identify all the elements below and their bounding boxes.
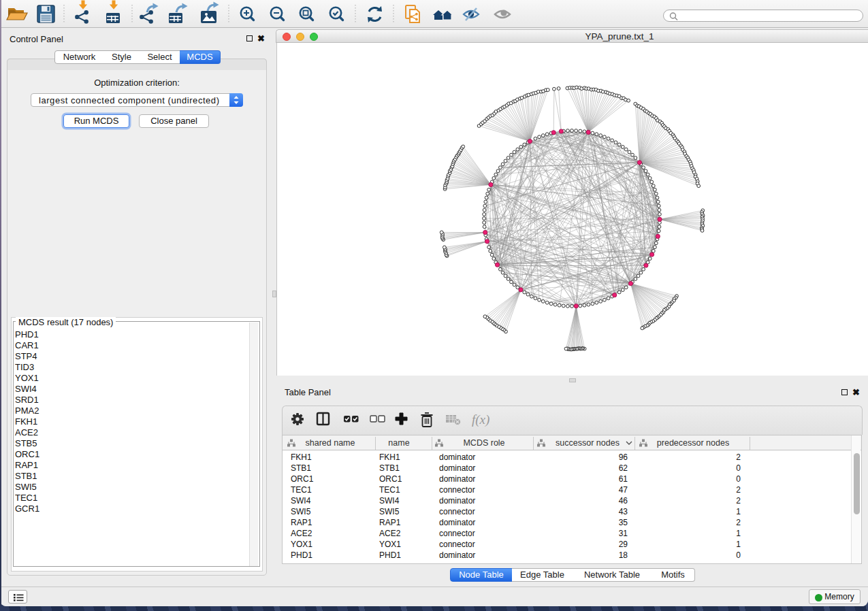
svg-text:f(x): f(x) (472, 412, 489, 427)
